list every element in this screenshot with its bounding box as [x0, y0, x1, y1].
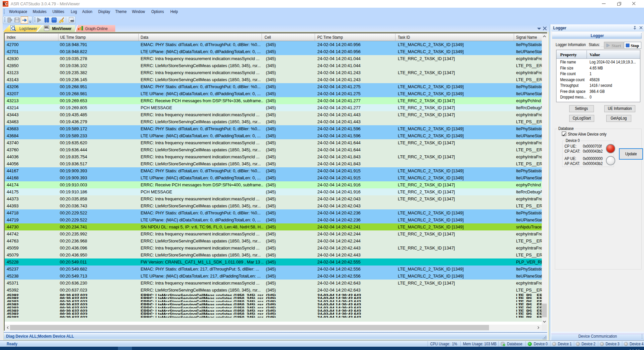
svg-text:ML: ML: [45, 26, 49, 29]
